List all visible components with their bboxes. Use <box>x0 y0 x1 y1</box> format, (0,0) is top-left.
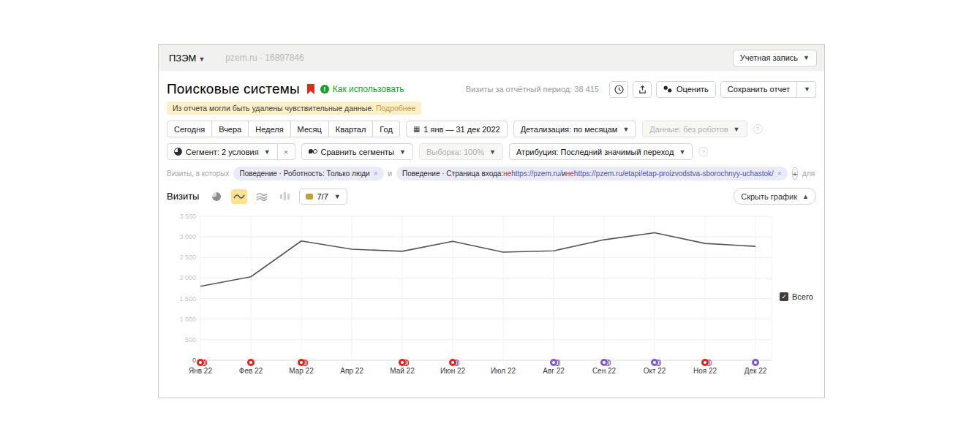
for-people-label: для людей, у которых <box>802 170 816 178</box>
stacked-comment-arc-icon <box>406 360 409 366</box>
y-axis-label: 2 000 <box>179 274 196 281</box>
chart-plot[interactable]: 05001 0001 5002 0002 5003 0003 500 <box>167 210 810 382</box>
comment-bubble-icon <box>197 359 204 366</box>
comment-bubble-icon <box>701 359 709 366</box>
period-month-button[interactable]: Месяц <box>291 121 329 137</box>
detalization-button[interactable]: Детализация: по месяцам▼ <box>513 121 637 137</box>
annotation-marker[interactable] <box>247 358 255 367</box>
compare-segments-button[interactable]: Сравнить сегменты▼ <box>301 143 413 160</box>
period-year-button[interactable]: Год <box>373 121 400 137</box>
comment-bubble-icon <box>306 194 313 200</box>
account-button[interactable]: Учетная запись▼ <box>733 50 817 66</box>
quick-period-group: Сегодня Вчера Неделя Месяц Квартал Год <box>167 121 400 137</box>
remove-chip-icon[interactable]: × <box>374 170 378 178</box>
legend-label: Всего <box>792 292 813 301</box>
x-axis-label: Янв 22 <box>176 367 225 375</box>
y-axis-label: 0 <box>192 357 196 364</box>
period-yesterday-button[interactable]: Вчера <box>212 121 249 137</box>
chevron-down-icon: ▼ <box>803 54 810 61</box>
attribution-button[interactable]: Атрибуция: Последний значимый переход▼ <box>509 143 693 160</box>
comment-bubble-icon <box>247 359 255 366</box>
chevron-down-icon: ▼ <box>334 193 341 200</box>
annotation-marker[interactable] <box>651 358 661 367</box>
segment-conditions-row: Визиты, в которых Поведение · Роботность… <box>167 167 816 180</box>
annotation-marker[interactable] <box>197 358 207 367</box>
segment-group: Сегмент: 2 условия▼ × <box>167 143 295 160</box>
comment-bubble-icon <box>600 359 608 366</box>
info-icon: ! <box>320 85 329 94</box>
x-axis-label: Июл 22 <box>479 367 527 375</box>
counter-selector[interactable]: ПЗЭМ▼ <box>169 53 205 64</box>
date-range-button[interactable]: ▦ 1 янв — 31 дек 2022 <box>406 121 508 137</box>
chart-toolbar: Визиты 7/7 ▼ <box>167 188 816 205</box>
help-icon[interactable]: ? <box>698 147 708 156</box>
annotation-marker[interactable] <box>600 358 611 367</box>
add-visit-condition-button[interactable]: + <box>792 167 798 180</box>
pie-chart-icon[interactable] <box>208 189 225 204</box>
remove-chip-icon[interactable]: × <box>777 170 782 178</box>
bar-chart-icon[interactable] <box>276 189 293 204</box>
segment-chip-entry-page[interactable]: Поведение · Страница входа: не https://p… <box>396 167 788 180</box>
hide-chart-button[interactable]: Скрыть график▲ <box>734 188 816 205</box>
sampling-button[interactable]: Выборка: 100%▼ <box>419 143 503 160</box>
line-chart-icon[interactable] <box>231 189 247 204</box>
annotation-marker[interactable] <box>449 358 459 367</box>
y-axis-label: 1 000 <box>179 316 196 323</box>
counter-name: ПЗЭМ <box>169 53 196 64</box>
banner-details-link[interactable]: Подробнее <box>376 104 415 113</box>
segment-chip-robots[interactable]: Поведение · Роботность: Только люди × <box>233 167 383 180</box>
segment-button[interactable]: Сегмент: 2 условия▼ <box>167 143 278 160</box>
stacked-comment-arc-icon <box>658 360 661 366</box>
x-axis-label: Авг 22 <box>529 367 578 375</box>
page-title: Поисковые системы <box>167 81 300 97</box>
save-report-split-button: Сохранить отчет ▼ <box>720 81 816 98</box>
annotation-marker[interactable] <box>399 358 409 367</box>
x-axis-label: Сен 22 <box>580 367 628 375</box>
compare-segments-icon <box>309 148 317 156</box>
comment-bubble-icon <box>651 359 658 366</box>
stacked-comment-arc-icon <box>608 360 611 366</box>
history-button[interactable] <box>609 81 628 98</box>
annotation-marker[interactable] <box>550 358 560 367</box>
points-counter-control[interactable]: 7/7 ▼ <box>299 189 347 205</box>
chevron-down-icon: ▼ <box>264 148 271 156</box>
clear-segment-button[interactable]: × <box>278 143 295 160</box>
period-quarter-button[interactable]: Квартал <box>329 121 374 137</box>
chevron-down-icon: ▼ <box>679 148 685 156</box>
annotation-marker[interactable] <box>701 358 712 367</box>
legend-checkbox[interactable]: ✓ <box>780 292 788 301</box>
y-axis-label: 500 <box>185 336 196 343</box>
conjunction-label: и <box>388 170 393 178</box>
period-today-button[interactable]: Сегодня <box>167 121 212 137</box>
annotation-marker[interactable] <box>298 358 308 367</box>
stacked-comment-arc-icon <box>305 360 308 366</box>
period-week-button[interactable]: Неделя <box>249 121 290 137</box>
y-axis-label: 3 500 <box>179 213 196 220</box>
save-report-button[interactable]: Сохранить отчет <box>720 81 797 98</box>
thumbs-rate-icon <box>663 86 673 94</box>
help-icon[interactable]: ? <box>753 124 763 134</box>
chevron-down-icon: ▼ <box>734 126 740 133</box>
report-header: Поисковые системы ! Как использовать Виз… <box>167 78 816 100</box>
annotation-marker[interactable] <box>752 358 759 367</box>
save-report-menu-button[interactable]: ▼ <box>797 81 816 98</box>
x-axis-label: Июн 22 <box>429 367 477 375</box>
y-axis-label: 2 500 <box>179 254 196 261</box>
export-button[interactable] <box>633 81 652 98</box>
visits-in-which-label: Визиты, в которых <box>167 170 229 178</box>
y-axis-label: 3 000 <box>179 233 196 240</box>
how-to-use-link[interactable]: Как использовать <box>333 84 404 94</box>
comment-bubble-icon <box>399 359 406 366</box>
comment-bubble-icon <box>298 359 305 366</box>
stacked-comment-arc-icon <box>709 360 712 366</box>
sensitive-data-banner: Из отчета могли быть удалены чувствитель… <box>167 102 421 115</box>
area-chart-icon[interactable] <box>254 189 270 204</box>
chevron-up-icon: ▲ <box>802 193 809 200</box>
x-axis-label: Окт 22 <box>630 367 679 375</box>
rate-button[interactable]: Оценить <box>656 81 716 98</box>
bookmark-icon[interactable] <box>307 84 314 94</box>
visits-period-total: Визиты за отчётный период: 38 415 <box>466 85 599 94</box>
data-mode-button[interactable]: Данные: без роботов▼ <box>642 121 747 137</box>
chevron-down-icon: ▼ <box>622 126 629 133</box>
segment-pie-icon <box>174 148 182 156</box>
